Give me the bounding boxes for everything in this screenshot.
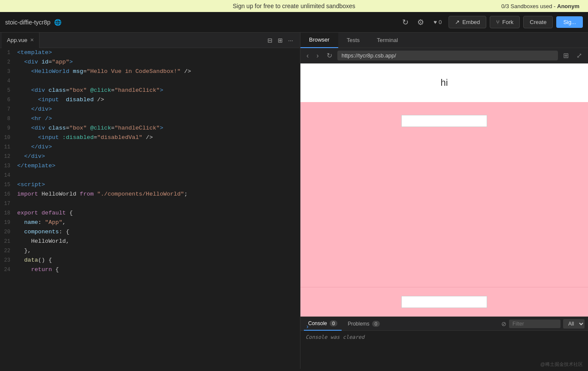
code-line-8: 8 <hr /> [0,114,300,124]
console-label: Console [308,320,327,326]
settings-button[interactable]: ⚙ [415,16,427,29]
code-line-12: 12 </div> [0,152,300,161]
refresh-button[interactable]: ↻ [400,16,411,29]
problems-tab[interactable]: Problems 0 [343,317,384,331]
code-line-15: 15 <script> [0,180,300,190]
url-bar[interactable] [337,51,558,60]
browser-tabs: Browser Tests Terminal [300,33,588,48]
code-line-14: 14 [0,171,300,180]
heart-icon: ♥ [433,19,437,25]
browser-toolbar: ‹ › ↻ ⊞ ⤢ [300,48,588,63]
project-name-text: stoic-diffie-tycr8p [5,19,51,26]
tab-label: App.vue [7,37,27,43]
toolbar-right: ↻ ⚙ ♥ 0 ↗ Embed ⑂ Fork Create Sig... [400,16,583,29]
editor-panel: App.vue ✕ ⊟ ⊞ ··· 1 <template> 2 <div id… [0,33,300,369]
code-line-19: 19 name: "App", [0,218,300,227]
preview-disabled-input-1 [401,115,487,127]
fork-label: Fork [502,19,513,25]
forward-button[interactable]: › [314,51,321,60]
tab-actions: ⊟ ⊞ ··· [262,36,298,45]
fork-button[interactable]: ⑂ Fork [490,16,520,28]
console-count: 0 [330,320,337,326]
split-horizontal-button[interactable]: ⊞ [276,36,285,45]
embed-button[interactable]: ↗ Embed [449,16,486,28]
reload-button[interactable]: ↻ [324,51,335,60]
code-line-5: 5 <div class="box" @click="handleClick"> [0,86,300,95]
code-editor[interactable]: 1 <template> 2 <div id="app"> 3 <HelloWo… [0,48,300,369]
clear-console-icon[interactable]: ⊘ [501,320,506,327]
split-vertical-button[interactable]: ⊟ [266,36,274,45]
top-banner: Sign up for free to create unlimited san… [0,0,588,12]
sign-button[interactable]: Sig... [556,16,583,28]
code-line-7: 7 </div> [0,105,300,114]
console-tabs: Console 0 Problems 0 ⊘ All [300,317,588,331]
banner-text: Sign up for free to create unlimited san… [233,3,355,9]
preview-white-section: hi [300,63,588,102]
globe-icon: 🌐 [54,19,61,26]
embed-label: Embed [462,19,480,25]
console-arrow-indicator: › [306,323,309,330]
watermark: @稀土掘金技术社区 [540,361,583,368]
code-line-2: 2 <div id="app"> [0,57,300,67]
editor-tab-bar: App.vue ✕ ⊟ ⊞ ··· [0,33,300,48]
tab-terminal[interactable]: Terminal [368,33,406,48]
browser-preview: hi [300,63,588,317]
right-panel: Browser Tests Terminal ‹ › ↻ ⊞ ⤢ hi [300,33,588,369]
filter-select[interactable]: All [563,319,585,329]
console-filter: ⊘ All [501,319,585,329]
code-line-23: 23 data() { [0,256,300,265]
console-tab[interactable]: Console 0 [304,317,342,331]
more-options-button[interactable]: ··· [286,36,295,45]
problems-label: Problems [348,321,370,327]
preview-disabled-input-2 [401,296,487,308]
editor-tab-app-vue[interactable]: App.vue ✕ [2,33,39,48]
create-button[interactable]: Create [523,16,553,28]
code-line-17: 17 [0,199,300,208]
expand-button[interactable]: ⤢ [574,51,585,60]
code-line-1: 1 <template> [0,48,300,57]
project-name: stoic-diffie-tycr8p 🌐 [5,19,400,26]
code-line-18: 18 export default { [0,208,300,218]
problems-count: 0 [372,321,380,327]
heart-button[interactable]: ♥ 0 [430,17,445,27]
code-line-22: 22 }, [0,246,300,256]
console-panel: Console 0 Problems 0 ⊘ All Console was [300,317,588,368]
code-line-10: 10 <input :disabled="disabledVal" /> [0,133,300,142]
preview-hi-text: hi [440,77,448,88]
code-line-3: 3 <HelloWorld msg="Hello Vue in CodeSand… [0,67,300,76]
main-layout: App.vue ✕ ⊟ ⊞ ··· 1 <template> 2 <div id… [0,33,588,369]
sandbox-count: 0/3 Sandboxes used - Anonym [501,3,579,9]
header: stoic-diffie-tycr8p 🌐 ↻ ⚙ ♥ 0 ↗ Embed ⑂ … [0,12,588,33]
heart-count: 0 [439,19,442,25]
code-line-11: 11 </div> [0,142,300,152]
tab-browser[interactable]: Browser [300,33,338,48]
code-line-21: 21 HelloWorld, [0,237,300,246]
code-line-9: 9 <div class="box" @click="handleClick"> [0,124,300,133]
filter-input[interactable] [509,320,561,328]
embed-icon: ↗ [455,19,460,25]
open-new-window-button[interactable]: ⊞ [561,51,571,60]
close-icon[interactable]: ✕ [30,37,34,43]
code-line-6: 6 <input disabled /> [0,95,300,105]
code-line-16: 16 import HelloWorld from "./components/… [0,190,300,199]
sign-label: Sig... [563,19,576,25]
create-label: Create [530,19,546,25]
code-line-4: 4 [0,76,300,86]
code-line-24: 24 return { [0,265,300,274]
preview-pink-section-1 [300,102,588,287]
fork-icon: ⑂ [496,19,500,25]
console-cleared-text: Console was cleared [306,334,364,340]
tab-tests[interactable]: Tests [338,33,368,48]
back-button[interactable]: ‹ [304,51,311,60]
code-line-20: 20 components: { [0,227,300,237]
code-line-13: 13 </template> [0,161,300,171]
preview-pink-section-2 [300,287,588,317]
